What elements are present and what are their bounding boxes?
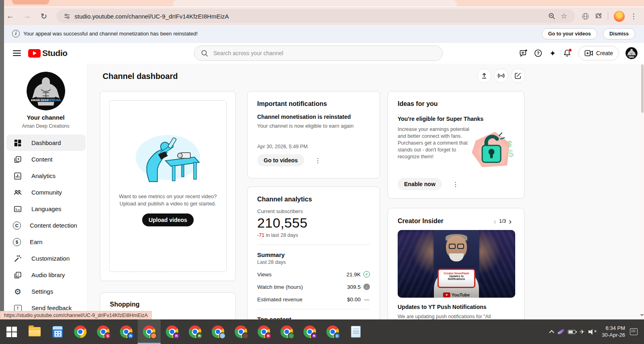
sparkle-icon[interactable]: ✦ xyxy=(545,46,560,60)
battery-icon[interactable] xyxy=(566,319,577,344)
help-icon[interactable]: ? xyxy=(531,46,545,60)
chrome-app-7[interactable] xyxy=(206,319,229,344)
sidebar-item-audio-library[interactable]: ♪ Audio library xyxy=(4,267,87,283)
important-notifications-card: Important notifications Channel monetisa… xyxy=(247,91,380,178)
notification-menu-icon[interactable]: ⋮ xyxy=(315,157,321,164)
go-to-videos-button[interactable]: Go to videos xyxy=(257,154,304,166)
videocam-create-icon xyxy=(584,50,593,57)
bookmark-star-icon[interactable]: ☆ xyxy=(558,10,570,22)
super-thanks-body: Increase your earnings potential and bet… xyxy=(398,126,469,170)
globe-icon[interactable] xyxy=(579,10,592,23)
notepad-button[interactable] xyxy=(344,319,367,344)
chrome-icon xyxy=(235,325,247,338)
extensions-icon[interactable] xyxy=(592,10,605,23)
sidebar-item-label: Content xyxy=(31,156,53,163)
zoom-out-icon[interactable] xyxy=(546,10,558,22)
sidebar-item-analytics[interactable]: Analytics xyxy=(4,168,87,184)
airplane-mode-icon[interactable]: ✈ xyxy=(577,319,587,344)
creator-insider-card: Creator Insider ‹ 1/3 › Creator N xyxy=(388,208,524,319)
notifications-bell-icon[interactable] xyxy=(560,46,574,60)
reload-button[interactable]: ↻ xyxy=(37,9,51,23)
volume-muted-icon[interactable]: × xyxy=(587,319,598,344)
chrome-app-4-active[interactable] xyxy=(138,319,161,344)
scrollbar-thumb[interactable] xyxy=(641,64,644,113)
channel-search-input[interactable]: Search across your channel xyxy=(194,46,443,61)
chrome-app-12[interactable]: D xyxy=(321,319,344,344)
chrome-app-10[interactable] xyxy=(275,319,298,344)
chrome-icon: R xyxy=(120,325,132,338)
search-placeholder: Search across your channel xyxy=(213,50,283,56)
youtube-studio-logo[interactable]: Studio xyxy=(28,48,67,58)
taskbar-clock[interactable]: 6:34 PM 30-Apr-26 xyxy=(602,325,625,339)
feedback-icon[interactable] xyxy=(516,46,531,60)
upload-video-button[interactable] xyxy=(477,68,491,83)
tray-feather-icon[interactable] xyxy=(556,319,566,344)
sidebar-item-label: Languages xyxy=(31,205,61,212)
analytics-icon xyxy=(13,171,23,181)
summary-row-revenue: Estimated revenue $0.00 — xyxy=(257,296,370,303)
pager-prev-icon[interactable]: ‹ xyxy=(491,217,499,225)
dashboard-icon xyxy=(13,138,23,148)
trend-down-icon: ↓ xyxy=(363,284,370,290)
hamburger-menu-icon[interactable] xyxy=(13,49,21,58)
browser-tab[interactable] xyxy=(12,0,49,4)
back-button[interactable]: ← xyxy=(3,9,17,23)
appeal-infobar: i Your appeal was successful and channel… xyxy=(0,25,644,43)
insider-video-thumbnail[interactable]: Creator NewsFlash Updates to Notificatio… xyxy=(398,230,515,298)
super-thanks-illustration: $ $ xyxy=(470,127,514,170)
sidebar-item-community[interactable]: Community xyxy=(4,184,87,201)
go-live-button[interactable] xyxy=(494,68,508,83)
browser-profile-avatar[interactable] xyxy=(614,11,625,22)
sidebar-item-earn[interactable]: $ Earn xyxy=(4,234,87,250)
go-to-your-videos-button[interactable]: Go to your videos xyxy=(542,28,597,39)
sidebar-item-settings[interactable]: ⚙ Settings xyxy=(4,283,87,300)
chrome-app-8[interactable] xyxy=(229,319,252,344)
dismiss-button[interactable]: Dismiss xyxy=(603,28,635,39)
action-center-icon[interactable] xyxy=(630,328,638,335)
address-bar[interactable]: studio.youtube.com/channel/UC-9_drIFv14K… xyxy=(56,9,575,23)
url-text[interactable]: studio.youtube.com/channel/UC-9_drIFv14K… xyxy=(74,13,546,20)
sidebar-item-content-detection[interactable]: C Content detection xyxy=(4,217,87,234)
ideas-menu-icon[interactable]: ⋮ xyxy=(452,180,459,188)
chrome-app-1[interactable] xyxy=(69,319,92,344)
sidebar-item-languages[interactable]: Languages xyxy=(4,201,87,217)
chrome-app-2[interactable]: S xyxy=(92,319,115,344)
chrome-app-5[interactable]: R xyxy=(161,319,184,344)
search-icon xyxy=(201,50,208,57)
file-explorer-button[interactable] xyxy=(23,319,46,344)
sidebar-item-content[interactable]: Content xyxy=(4,151,87,168)
start-button[interactable] xyxy=(0,319,23,344)
forward-button[interactable]: → xyxy=(20,9,34,23)
account-avatar[interactable] xyxy=(625,47,638,59)
tray-chevron-icon[interactable] xyxy=(545,319,556,344)
sidebar-item-customization[interactable]: Customization xyxy=(4,250,87,267)
creator-insider-title: Creator Insider xyxy=(398,218,444,225)
create-button[interactable]: Create xyxy=(578,46,619,60)
site-info-icon[interactable] xyxy=(64,13,70,20)
scrollbar-down-arrow[interactable] xyxy=(640,314,644,318)
sidebar-item-dashboard[interactable]: Dashboard xyxy=(6,135,86,151)
calculator-button[interactable] xyxy=(46,319,69,344)
insider-video-body: We are updating push notifications for "… xyxy=(398,314,514,319)
enable-now-button[interactable]: Enable now xyxy=(398,178,442,190)
audio-library-icon: ♪ xyxy=(13,270,23,280)
pager-next-icon[interactable]: › xyxy=(506,217,514,225)
chrome-app-9[interactable]: R xyxy=(252,319,275,344)
browser-menu-icon[interactable]: ⋮ xyxy=(627,10,640,23)
status-url-tooltip: https://studio.youtube.com/channel/UC-9_… xyxy=(0,311,152,319)
browser-toolbar: ← → ↻ studio.youtube.com/channel/UC-9_dr… xyxy=(0,6,644,25)
chrome-icon xyxy=(143,325,155,338)
channel-avatar[interactable] xyxy=(27,72,65,110)
edit-button[interactable] xyxy=(511,68,525,83)
page-scrollbar[interactable] xyxy=(641,64,644,319)
chrome-app-3[interactable]: R xyxy=(115,319,138,344)
pager-count: 1/3 xyxy=(499,218,506,224)
chrome-icon: S xyxy=(97,325,109,338)
browser-active-tab[interactable] xyxy=(173,0,457,6)
upload-videos-button[interactable]: Upload videos xyxy=(142,213,194,226)
chrome-app-11[interactable]: R xyxy=(298,319,321,344)
notification-item-body: Your channel is now eligible to earn aga… xyxy=(257,123,370,129)
chrome-app-6[interactable]: R xyxy=(184,319,206,344)
sidebar-item-label: Analytics xyxy=(31,172,56,179)
folder-icon xyxy=(29,327,41,336)
